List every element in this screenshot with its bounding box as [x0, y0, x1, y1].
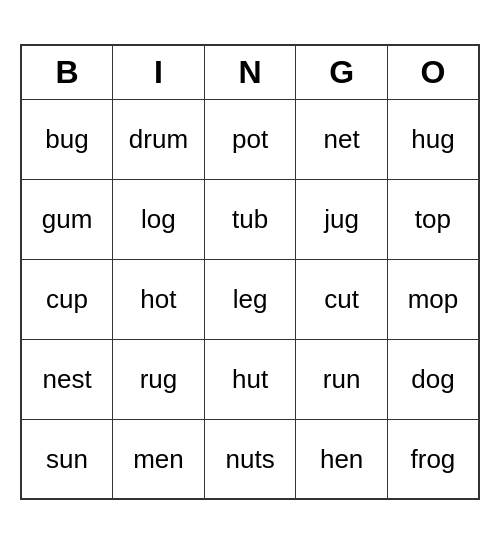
bingo-row-0: bugdrumpotnethug	[21, 99, 479, 179]
bingo-cell-4-3: hen	[296, 419, 388, 499]
bingo-cell-0-1: drum	[113, 99, 205, 179]
bingo-cell-1-2: tub	[204, 179, 296, 259]
bingo-row-3: nestrughutrundog	[21, 339, 479, 419]
bingo-card: BINGO bugdrumpotnethuggumlogtubjugtopcup…	[20, 44, 480, 501]
header-col-n: N	[204, 45, 296, 100]
bingo-cell-2-1: hot	[113, 259, 205, 339]
bingo-cell-0-2: pot	[204, 99, 296, 179]
header-col-g: G	[296, 45, 388, 100]
bingo-cell-3-3: run	[296, 339, 388, 419]
header-col-i: I	[113, 45, 205, 100]
bingo-cell-2-2: leg	[204, 259, 296, 339]
bingo-cell-4-1: men	[113, 419, 205, 499]
bingo-cell-0-4: hug	[387, 99, 479, 179]
bingo-cell-4-0: sun	[21, 419, 113, 499]
bingo-cell-3-4: dog	[387, 339, 479, 419]
bingo-cell-1-0: gum	[21, 179, 113, 259]
bingo-body: bugdrumpotnethuggumlogtubjugtopcuphotleg…	[21, 99, 479, 499]
bingo-cell-0-0: bug	[21, 99, 113, 179]
bingo-row-1: gumlogtubjugtop	[21, 179, 479, 259]
header-col-o: O	[387, 45, 479, 100]
bingo-cell-3-2: hut	[204, 339, 296, 419]
bingo-cell-1-3: jug	[296, 179, 388, 259]
bingo-cell-3-1: rug	[113, 339, 205, 419]
bingo-row-2: cuphotlegcutmop	[21, 259, 479, 339]
bingo-cell-2-0: cup	[21, 259, 113, 339]
bingo-row-4: sunmennutshenfrog	[21, 419, 479, 499]
bingo-cell-4-4: frog	[387, 419, 479, 499]
bingo-header-row: BINGO	[21, 45, 479, 100]
bingo-cell-2-4: mop	[387, 259, 479, 339]
bingo-cell-3-0: nest	[21, 339, 113, 419]
bingo-cell-1-4: top	[387, 179, 479, 259]
header-col-b: B	[21, 45, 113, 100]
bingo-cell-1-1: log	[113, 179, 205, 259]
bingo-cell-0-3: net	[296, 99, 388, 179]
bingo-cell-4-2: nuts	[204, 419, 296, 499]
bingo-cell-2-3: cut	[296, 259, 388, 339]
